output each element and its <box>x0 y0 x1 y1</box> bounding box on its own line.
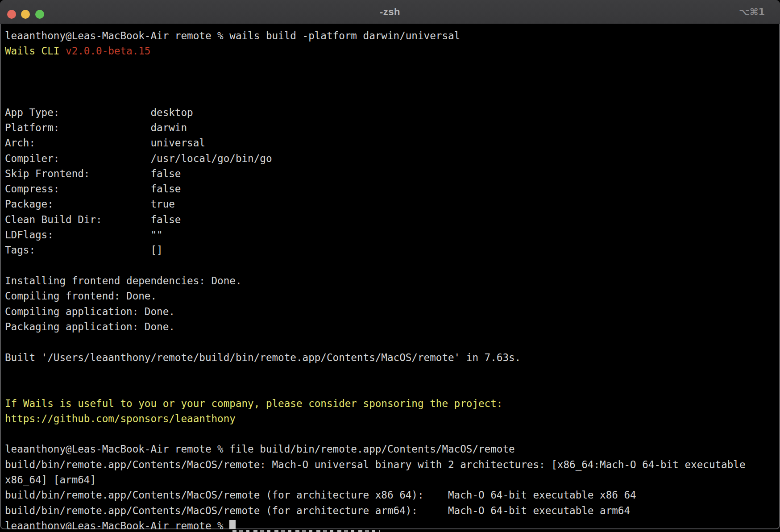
terminal-line: Compress: false <box>5 181 780 196</box>
terminal-line: Arch: universal <box>5 135 780 150</box>
terminal-line: Installing frontend dependencies: Done. <box>5 273 780 288</box>
terminal-text: Compiling application: Done. <box>5 306 175 317</box>
terminal-line: Wails CLI v2.0.0-beta.15 <box>5 43 780 58</box>
terminal-text: leaanthony@Leas-MacBook-Air remote % wai… <box>5 30 460 42</box>
terminal-text: build/bin/remote.app/Contents/MacOS/remo… <box>5 505 630 516</box>
tab-shortcut-label: ⌥⌘1 <box>739 0 765 24</box>
terminal-line: x86_64] [arm64] <box>5 472 780 487</box>
terminal-line <box>5 59 780 74</box>
terminal-cursor <box>229 520 236 529</box>
terminal-text: App Type: desktop <box>5 107 193 118</box>
terminal-text: Installing frontend dependencies: Done. <box>5 275 242 287</box>
terminal-line <box>5 365 780 380</box>
terminal-text: Clean Build Dir: false <box>5 214 181 225</box>
terminal-text: Compiling frontend: Done. <box>5 290 157 302</box>
terminal-text: Skip Frontend: false <box>5 168 181 179</box>
terminal-line: build/bin/remote.app/Contents/MacOS/remo… <box>5 457 780 472</box>
window-title: -zsh <box>0 0 780 24</box>
terminal-text: x86_64] [arm64] <box>5 474 96 486</box>
terminal-text: leaanthony@Leas-MacBook-Air remote % fil… <box>5 443 515 455</box>
terminal-line: If Wails is useful to you or your compan… <box>5 396 780 411</box>
terminal-text: Arch: universal <box>5 137 205 149</box>
terminal-line: App Type: desktop <box>5 105 780 120</box>
terminal-text: Compiler: /usr/local/go/bin/go <box>5 153 272 164</box>
terminal-line: Clean Build Dir: false <box>5 212 780 227</box>
terminal-line: Skip Frontend: false <box>5 166 780 181</box>
terminal-line: leaanthony@Leas-MacBook-Air remote % <box>5 518 780 529</box>
terminal-line: Compiling application: Done. <box>5 304 780 319</box>
terminal-link[interactable]: https://github.com/sponsors/leaanthony <box>5 413 236 424</box>
terminal-text: Packaging application: Done. <box>5 321 175 332</box>
terminal-text: Package: true <box>5 198 175 210</box>
terminal-line: Compiling frontend: Done. <box>5 288 780 303</box>
terminal-line: Packaging application: Done. <box>5 319 780 334</box>
terminal-line: Platform: darwin <box>5 120 780 135</box>
terminal-output[interactable]: leaanthony@Leas-MacBook-Air remote % wai… <box>0 25 780 529</box>
terminal-text: Compress: false <box>5 183 181 195</box>
terminal-line: leaanthony@Leas-MacBook-Air remote % fil… <box>5 441 780 457</box>
titlebar[interactable]: -zsh ⌥⌘1 <box>0 0 780 24</box>
terminal-line: https://github.com/sponsors/leaanthony <box>5 411 780 426</box>
background-window-sliver <box>232 530 380 532</box>
terminal-line: Tags: [] <box>5 242 780 258</box>
terminal-line <box>5 426 780 441</box>
terminal-text: Built '/Users/leaanthony/remote/build/bi… <box>5 352 521 363</box>
terminal-text: build/bin/remote.app/Contents/MacOS/remo… <box>5 489 636 501</box>
terminal-text: Wails CLI <box>5 45 66 57</box>
terminal-line: leaanthony@Leas-MacBook-Air remote % wai… <box>5 28 780 43</box>
terminal-line: build/bin/remote.app/Contents/MacOS/remo… <box>5 487 780 503</box>
terminal-line: build/bin/remote.app/Contents/MacOS/remo… <box>5 503 780 518</box>
terminal-text: LDFlags: "" <box>5 229 163 241</box>
terminal-line <box>5 258 780 273</box>
terminal-line: Compiler: /usr/local/go/bin/go <box>5 151 780 166</box>
terminal-text: Platform: darwin <box>5 122 187 133</box>
terminal-line <box>5 334 780 349</box>
terminal-text: If Wails is useful to you or your compan… <box>5 398 502 409</box>
terminal-line: Package: true <box>5 196 780 212</box>
terminal-line <box>5 380 780 395</box>
terminal-line <box>5 89 780 104</box>
terminal-line: Built '/Users/leaanthony/remote/build/bi… <box>5 350 780 365</box>
terminal-line: LDFlags: "" <box>5 227 780 242</box>
terminal-text: leaanthony@Leas-MacBook-Air remote % <box>5 520 229 529</box>
terminal-text: v2.0.0-beta.15 <box>66 45 150 57</box>
terminal-window: -zsh ⌥⌘1 leaanthony@Leas-MacBook-Air rem… <box>0 0 780 529</box>
terminal-text: Tags: [] <box>5 244 163 256</box>
terminal-text: build/bin/remote.app/Contents/MacOS/remo… <box>5 459 746 470</box>
terminal-line <box>5 74 780 89</box>
